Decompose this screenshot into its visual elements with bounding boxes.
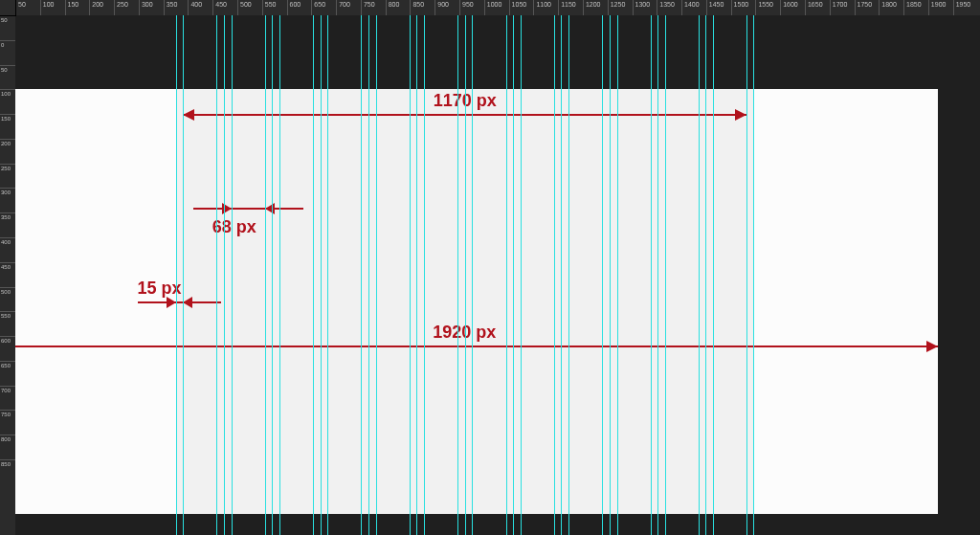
h-ruler-tick: 850 xyxy=(410,0,411,15)
h-ruler-tick: 1100 xyxy=(533,0,534,15)
dimension-label: 68 px xyxy=(212,217,256,237)
v-ruler-tick: 150 xyxy=(0,114,15,115)
dimension-label: 15 px xyxy=(138,279,182,299)
h-ruler-tick: 800 xyxy=(386,0,387,15)
v-ruler-tick: 750 xyxy=(0,410,15,411)
h-ruler-tick: 950 xyxy=(459,0,460,15)
h-ruler-tick: 1500 xyxy=(731,0,732,15)
h-ruler-tick: 1150 xyxy=(558,0,559,15)
v-ruler-tick: 50 xyxy=(0,65,15,66)
h-ruler-tick: 550 xyxy=(262,0,263,15)
v-ruler-tick: 700 xyxy=(0,386,15,387)
h-ruler-tick: 1000 xyxy=(484,0,485,15)
h-ruler-tick: 1350 xyxy=(657,0,657,15)
h-ruler-tick: 500 xyxy=(237,0,238,15)
h-ruler-tick: 1650 xyxy=(805,0,806,15)
h-ruler-tick: 650 xyxy=(311,0,312,15)
v-ruler-tick: 100 xyxy=(0,89,15,90)
bootstrap-grid-columns xyxy=(176,89,753,513)
v-ruler-tick: 300 xyxy=(0,188,15,189)
h-ruler-tick: 350 xyxy=(164,0,165,15)
h-ruler-tick: 700 xyxy=(336,0,337,15)
v-ruler-tick: 350 xyxy=(0,212,15,213)
h-ruler-tick: 1950 xyxy=(953,0,954,15)
h-ruler-tick: 200 xyxy=(89,0,90,15)
h-ruler-tick: 1700 xyxy=(830,0,831,15)
h-ruler-tick: 600 xyxy=(287,0,288,15)
h-ruler-tick: 250 xyxy=(114,0,115,15)
h-ruler-tick: 1750 xyxy=(855,0,856,15)
h-ruler-tick: 150 xyxy=(65,0,66,15)
h-ruler-tick: 1050 xyxy=(509,0,510,15)
h-ruler-tick: 1200 xyxy=(583,0,584,15)
h-ruler-tick: 1800 xyxy=(879,0,880,15)
v-ruler-tick: 650 xyxy=(0,361,15,362)
v-ruler-tick: 850 xyxy=(0,459,15,460)
h-ruler-tick: 450 xyxy=(212,0,213,15)
dimension-label: 1920 px xyxy=(433,323,496,343)
h-ruler-tick: 1250 xyxy=(608,0,609,15)
v-ruler-tick: 550 xyxy=(0,311,15,312)
h-ruler-tick: 750 xyxy=(361,0,362,15)
vertical-ruler[interactable]: 5005010015020025030035040045050055060065… xyxy=(0,15,15,535)
v-ruler-tick: 600 xyxy=(0,336,15,337)
h-ruler-tick: 1600 xyxy=(780,0,781,15)
h-ruler-tick: 1300 xyxy=(633,0,634,15)
h-ruler-tick: 1900 xyxy=(928,0,929,15)
v-ruler-tick: 250 xyxy=(0,164,15,165)
v-ruler-tick: 200 xyxy=(0,139,15,140)
v-ruler-tick: 800 xyxy=(0,435,15,435)
v-ruler-tick: 500 xyxy=(0,287,15,288)
h-ruler-tick: 1550 xyxy=(755,0,756,15)
h-ruler-tick: 1850 xyxy=(903,0,904,15)
dimension-label: 1170 px xyxy=(434,91,497,111)
h-ruler-tick: 1450 xyxy=(706,0,707,15)
h-ruler-tick: 1400 xyxy=(681,0,682,15)
horizontal-ruler[interactable]: 5010015020025030035040045050055060065070… xyxy=(15,0,980,15)
h-ruler-tick: 100 xyxy=(40,0,41,15)
v-ruler-tick: 0 xyxy=(0,40,15,41)
h-ruler-tick: 400 xyxy=(188,0,189,15)
editor-workspace[interactable]: 1170 px68 px15 px1920 px xyxy=(15,15,980,535)
h-ruler-tick: 900 xyxy=(434,0,435,15)
v-ruler-tick: 400 xyxy=(0,237,15,238)
ruler-origin-box xyxy=(0,0,16,16)
h-ruler-tick: 300 xyxy=(139,0,140,15)
v-ruler-tick: 450 xyxy=(0,262,15,263)
